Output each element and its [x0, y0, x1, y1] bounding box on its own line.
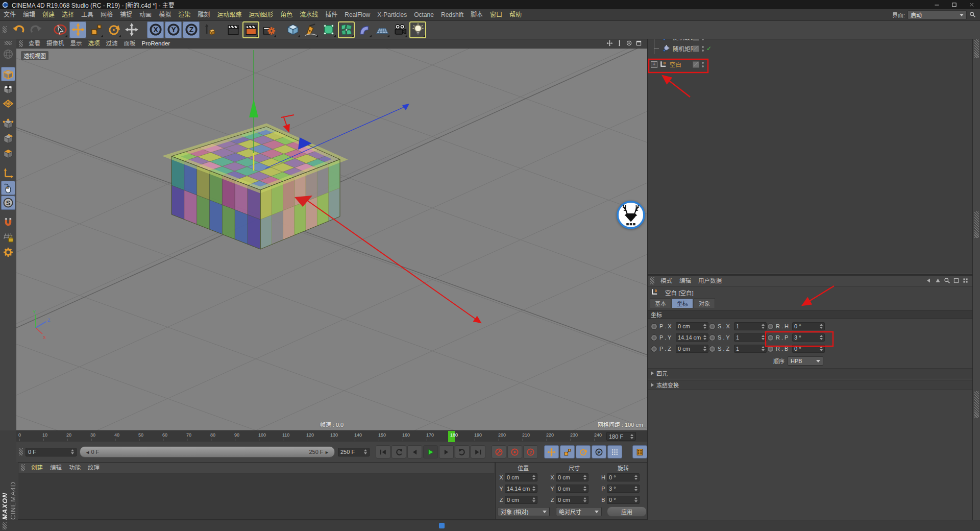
spinner[interactable]: [69, 449, 74, 454]
timeline-ruler[interactable]: 0102030405060708090100110120130140150160…: [16, 430, 647, 443]
workplane-mode-icon[interactable]: [1, 96, 15, 111]
keyframe-radio[interactable]: [651, 334, 657, 341]
rotate-icon[interactable]: [105, 21, 122, 38]
keyframe-radio[interactable]: [709, 334, 716, 341]
coord-field[interactable]: 3 °: [607, 485, 640, 493]
menu-item[interactable]: 工具: [78, 9, 97, 20]
coord-field[interactable]: 0 cm: [556, 485, 589, 493]
pan-view-icon[interactable]: [606, 40, 614, 47]
close-button[interactable]: [963, 0, 980, 9]
points-mode-icon[interactable]: [1, 116, 15, 131]
keyframe-selection-button[interactable]: ?: [523, 445, 538, 458]
menu-item[interactable]: ProRender: [139, 39, 174, 48]
menu-item[interactable]: 渲染: [175, 9, 194, 20]
current-frame-field[interactable]: 0 F: [26, 448, 77, 456]
keyframe-radio[interactable]: [709, 346, 716, 352]
spinner[interactable]: [362, 449, 367, 454]
make-editable-icon[interactable]: [1, 47, 15, 61]
menu-item[interactable]: 编辑: [676, 276, 695, 286]
render-view-icon[interactable]: [225, 21, 241, 38]
interface-dropdown[interactable]: 启动: [908, 10, 967, 19]
menu-item[interactable]: 角色: [277, 9, 296, 20]
floor-icon[interactable]: [374, 21, 390, 38]
goto-start-button[interactable]: [376, 445, 390, 458]
right-dock-strip[interactable]: [972, 21, 980, 520]
play-button[interactable]: [423, 445, 438, 458]
menu-item[interactable]: 过滤: [103, 39, 121, 48]
menu-item[interactable]: 脚本: [467, 9, 486, 20]
coord-field[interactable]: 0 cm: [505, 496, 537, 504]
tab-3[interactable]: 对象: [694, 298, 715, 308]
spinner[interactable]: [760, 346, 765, 351]
menu-item[interactable]: RealFlow: [341, 9, 374, 20]
palette-handle[interactable]: [3, 26, 7, 33]
rotation-order-dropdown[interactable]: HPB: [788, 356, 823, 366]
menu-item[interactable]: 面板: [121, 39, 139, 48]
polygons-mode-icon[interactable]: [1, 146, 15, 160]
lock-panel-icon[interactable]: [953, 277, 960, 284]
expand-icon[interactable]: +: [651, 61, 657, 68]
range-end-field[interactable]: 250 F: [338, 448, 370, 456]
menu-item[interactable]: 选择: [58, 9, 78, 20]
dock-handle[interactable]: [974, 391, 979, 418]
lock-z-icon[interactable]: Z: [183, 21, 200, 38]
panel-handle[interactable]: [19, 448, 23, 455]
maximize-view-icon[interactable]: [635, 40, 643, 47]
menu-item[interactable]: 捕捉: [116, 9, 136, 20]
search-icon[interactable]: [944, 277, 951, 284]
menu-item[interactable]: 编辑: [46, 463, 65, 473]
menu-item[interactable]: 帮助: [506, 9, 525, 20]
coord-field[interactable]: 0 °: [607, 473, 640, 481]
key-parameter-button[interactable]: P: [592, 445, 606, 458]
coord-field[interactable]: 0 cm: [505, 473, 537, 481]
subdivision-surface-icon[interactable]: [320, 21, 337, 38]
panel-handle[interactable]: [3, 522, 7, 529]
menu-item[interactable]: 模式: [657, 276, 676, 286]
lock-y-icon[interactable]: Y: [165, 21, 182, 38]
viewport-solo-icon[interactable]: [1, 181, 15, 195]
coord-field[interactable]: 0 cm: [556, 496, 589, 504]
enabled-check-icon[interactable]: ✓: [706, 45, 712, 52]
spinner[interactable]: [702, 346, 706, 351]
viewport-canvas[interactable]: Y Z X 透视视图 帧速 : 0.0 网格间距 : 100 cm: [16, 48, 647, 430]
notification-icon[interactable]: [439, 523, 445, 528]
edges-mode-icon[interactable]: [1, 131, 15, 146]
object-manager[interactable]: 文件编辑查看对象标签书签 随机破碎✓随机矩阵✓+0空白: [648, 21, 972, 274]
menu-item[interactable]: 网格: [97, 9, 116, 20]
layer-toggle[interactable]: [693, 61, 699, 68]
value-field[interactable]: 0 °: [792, 345, 825, 353]
texture-mode-icon[interactable]: [1, 82, 15, 96]
value-field[interactable]: 14.14 cm: [676, 333, 708, 342]
keyframe-radio[interactable]: [709, 323, 716, 330]
undo-icon[interactable]: [10, 21, 27, 38]
coord-field[interactable]: 0 cm: [556, 473, 589, 481]
model-mode-icon[interactable]: [1, 67, 15, 81]
viewport-panel[interactable]: 查看摄像机显示选项过滤面板ProRender: [16, 39, 647, 430]
modeling-settings-icon[interactable]: [1, 245, 15, 259]
goto-end-button[interactable]: [471, 445, 485, 458]
panel-handle[interactable]: [21, 464, 25, 471]
collapsed-section[interactable]: 四元: [648, 368, 972, 378]
coordinate-system-icon[interactable]: [201, 21, 217, 38]
palette-handle[interactable]: [5, 41, 12, 45]
primitive-cube-icon[interactable]: [284, 21, 301, 38]
value-field[interactable]: 1: [734, 345, 767, 353]
key-pla-button[interactable]: [607, 445, 622, 458]
render-to-picture-viewer-icon[interactable]: [242, 21, 259, 38]
arrow-up-icon[interactable]: [935, 277, 942, 284]
menu-item[interactable]: 编辑: [19, 9, 39, 20]
menu-item[interactable]: 雕刻: [194, 9, 213, 20]
menu-item[interactable]: 文件: [0, 9, 19, 20]
spline-pen-icon[interactable]: [302, 21, 319, 38]
size-mode-dropdown[interactable]: 绝对尺寸: [556, 507, 602, 516]
spinner[interactable]: [760, 335, 765, 340]
value-field[interactable]: 0 cm: [676, 345, 708, 353]
menu-item[interactable]: 动画: [136, 9, 155, 20]
menu-item[interactable]: 创建: [39, 9, 58, 20]
voronoi-fracture-icon[interactable]: [338, 21, 355, 38]
menu-item[interactable]: 查看: [26, 39, 43, 48]
live-selection-icon[interactable]: [52, 21, 68, 38]
play-forwards-button[interactable]: [455, 445, 470, 458]
keyframe-radio[interactable]: [767, 346, 774, 352]
panel-handle[interactable]: [650, 277, 654, 284]
